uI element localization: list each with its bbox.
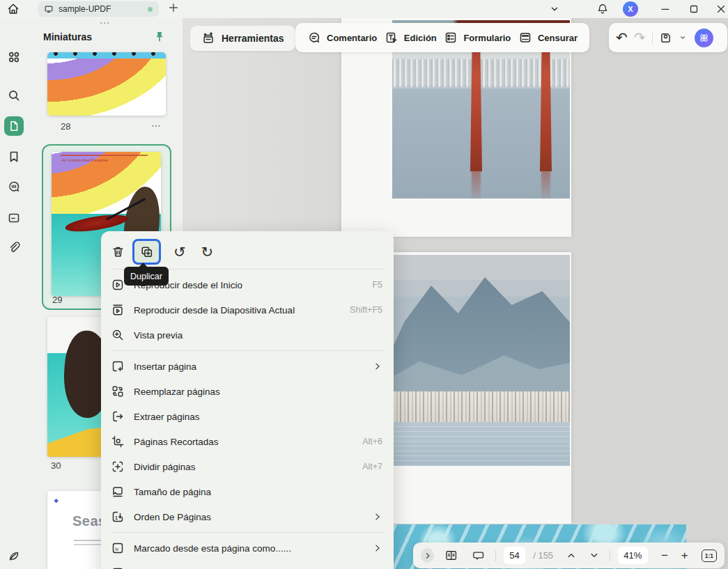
menu-item-play-from-current[interactable]: Reproducir desde la Diapositiva Actual S… — [101, 297, 394, 322]
apps-grid-icon[interactable] — [7, 50, 21, 64]
rotate-right-button[interactable]: ↻ — [201, 244, 214, 259]
menu-item-label: Reproducir desde el Inicio — [134, 280, 372, 290]
page-number: 29 — [52, 295, 62, 305]
page-total-label: / 155 — [533, 550, 553, 561]
tools-button[interactable]: Herramientas — [189, 25, 296, 52]
minimize-button[interactable] — [659, 3, 672, 15]
menu-item-split-pages[interactable]: Dividir páginas Alt+7 — [101, 454, 394, 479]
sidebar-item-thumbnails-active[interactable] — [4, 116, 24, 136]
play-icon — [111, 278, 125, 292]
previous-page-chevron-icon[interactable] — [566, 550, 576, 561]
pages-icon[interactable] — [7, 211, 21, 225]
attachments-paperclip-icon[interactable] — [7, 241, 21, 255]
redact-icon — [518, 31, 532, 45]
menu-item-page-size[interactable]: Tamaño de página — [101, 479, 394, 504]
search-icon[interactable] — [7, 88, 21, 102]
actual-size-button[interactable]: 1:1 — [702, 549, 717, 562]
zoom-out-button[interactable]: − — [661, 549, 668, 561]
view-status-bar: 54 / 155 41% − + 1:1 — [413, 543, 725, 568]
tab-form[interactable]: Formulario — [444, 31, 511, 45]
zoom-in-icon — [111, 328, 125, 342]
pin-icon[interactable] — [153, 31, 166, 43]
menu-item-label: Insertar página — [134, 361, 373, 372]
page-29-text-line — [61, 155, 148, 156]
delete-page-button[interactable] — [111, 244, 125, 259]
menu-item-label: Marcado desde esta página como...... — [134, 543, 373, 554]
titlebar-chevron-down-icon[interactable] — [548, 3, 561, 15]
chevron-right-icon — [424, 552, 432, 560]
bookmarks-icon[interactable] — [7, 150, 21, 164]
menu-item-mark-from-page[interactable]: iv Marcado desde esta página como...... — [101, 536, 394, 561]
menu-divider — [111, 532, 384, 533]
tab-label: Formulario — [463, 33, 511, 43]
menu-item-insert-page[interactable]: Insertar página — [101, 354, 394, 379]
page-flip-icon[interactable] — [7, 549, 21, 563]
maximize-button[interactable] — [688, 3, 700, 15]
tab-edit[interactable]: Edición — [385, 31, 437, 45]
pillar-reflection — [472, 171, 481, 198]
duplicate-tooltip: Duplicar — [124, 267, 169, 286]
duplicate-page-button[interactable] — [132, 239, 161, 265]
document-tab[interactable]: sample-UPDF — [38, 1, 159, 17]
tools-label: Herramientas — [222, 33, 284, 44]
rotate-left-button[interactable]: ↺ — [173, 244, 186, 259]
page-31-logo: ❖ — [54, 498, 59, 504]
play-current-icon — [111, 303, 125, 317]
page-layout-icon[interactable] — [444, 548, 458, 563]
next-page-chevron-icon[interactable] — [589, 550, 599, 561]
menu-item-page-order[interactable]: 1 Orden De Páginas — [101, 504, 394, 529]
user-avatar[interactable]: X — [623, 1, 638, 17]
bay-water — [392, 422, 570, 466]
collapse-bar-button[interactable] — [421, 548, 434, 563]
menu-item-label: Vista previa — [134, 330, 382, 341]
menu-item-extract-pages[interactable]: Extraer páginas — [101, 404, 394, 429]
thumbnail-page-28[interactable] — [47, 52, 166, 116]
page-mark-icon: iv — [111, 541, 125, 555]
menu-item-label: Tamaño de página — [134, 487, 382, 497]
zoom-in-button[interactable]: + — [681, 549, 688, 561]
undo-button[interactable]: ↶ — [616, 31, 628, 45]
menu-item-page-labels[interactable]: a Etiquetas de página — [101, 561, 394, 569]
save-options-chevron-icon[interactable] — [679, 33, 687, 42]
pillar-reflection — [541, 171, 550, 198]
trash-icon — [111, 244, 125, 259]
ai-assistant-button[interactable] — [695, 29, 713, 47]
comments-icon[interactable] — [7, 180, 21, 194]
split-pages-icon — [111, 460, 125, 474]
toolbox-icon — [201, 31, 215, 45]
tab-redact[interactable]: Censurar — [518, 31, 578, 45]
tab-title: sample-UPDF — [59, 4, 111, 14]
zoom-level-input[interactable]: 41% — [618, 547, 648, 564]
new-tab-button[interactable] — [167, 1, 180, 15]
close-button[interactable] — [715, 3, 727, 15]
panel-drag-handle[interactable]: ⋯ — [28, 18, 183, 28]
menu-shortcut: Alt+7 — [362, 462, 382, 471]
mode-switcher: Comentario Edición Formulario Censurar — [295, 23, 589, 52]
home-button[interactable] — [6, 2, 20, 16]
svg-text:1: 1 — [115, 515, 118, 520]
save-icon[interactable] — [659, 31, 672, 45]
monitor-icon — [44, 4, 54, 14]
menu-item-replace-pages[interactable]: Reemplazar páginas — [101, 379, 394, 404]
thumbnail-more-button[interactable]: ⋯ — [151, 120, 162, 131]
page-number-input[interactable]: 54 — [504, 547, 525, 564]
notifications-bell-icon[interactable] — [596, 3, 609, 15]
presenter-mode-icon[interactable] — [472, 548, 485, 563]
menu-item-label: Páginas Recortadas — [134, 437, 362, 447]
sidebar-rail — [0, 18, 28, 569]
comment-icon — [307, 31, 321, 45]
page-label-icon: a — [111, 566, 125, 569]
menu-item-label: Extraer páginas — [134, 412, 382, 422]
divider — [495, 550, 496, 561]
tab-comment[interactable]: Comentario — [307, 31, 377, 45]
crop-icon — [111, 435, 125, 449]
redo-button[interactable]: ↷ — [634, 31, 646, 45]
menu-item-cropped-pages[interactable]: Páginas Recortadas Alt+6 — [101, 429, 394, 454]
submenu-chevron-icon — [373, 543, 382, 553]
updf-window: sample-UPDF X — [0, 0, 728, 569]
quick-actions-group: ↶ ↷ — [609, 23, 727, 52]
menu-divider — [111, 350, 384, 351]
menu-item-preview[interactable]: Vista previa — [101, 322, 394, 348]
mountain-bay-photo — [392, 255, 570, 466]
svg-text:iv: iv — [115, 547, 118, 552]
